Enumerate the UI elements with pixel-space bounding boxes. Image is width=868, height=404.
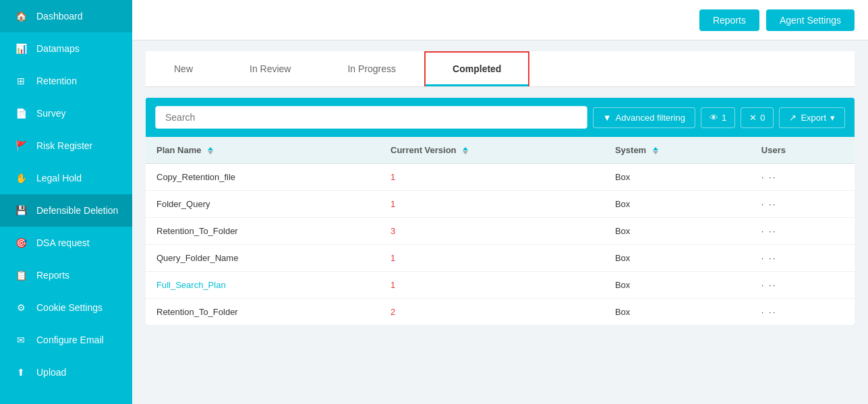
sort-down-icon (463, 151, 468, 154)
cell-users: · ·· (751, 164, 855, 191)
cell-users: · ·· (751, 218, 855, 245)
table-row: Retention_To_Folder 2 Box · ·· (146, 299, 855, 326)
sidebar-label-retention: Retention (36, 76, 77, 86)
filter-icon: ▼ (603, 113, 612, 123)
table-panel: ▼ Advanced filtering 👁 1 ✕ 0 ↗ Export ▾ (146, 98, 855, 326)
sidebar-label-legal-hold: Legal Hold (36, 173, 82, 183)
cell-plan-name: Folder_Query (146, 191, 380, 218)
risk-register-icon: 🚩 (13, 138, 28, 153)
cell-system: Box (604, 164, 751, 191)
filter-count-button[interactable]: 👁 1 (701, 107, 735, 128)
cell-version: 2 (380, 299, 604, 326)
content-area: NewIn ReviewIn ProgressCompleted ▼ Advan… (132, 40, 868, 404)
configure-email-icon: ✉ (13, 333, 28, 347)
cell-system: Box (604, 299, 751, 326)
export-button[interactable]: ↗ Export ▾ (779, 107, 845, 128)
export-icon: ↗ (789, 113, 797, 123)
toolbar: ▼ Advanced filtering 👁 1 ✕ 0 ↗ Export ▾ (146, 98, 855, 137)
table-row: Retention_To_Folder 3 Box · ·· (146, 218, 855, 245)
col-current-version[interactable]: Current Version (380, 137, 604, 164)
eye-icon: 👁 (710, 113, 718, 123)
data-table: Plan Name Current Version (146, 137, 855, 326)
upload-icon: ⬆ (13, 365, 28, 380)
sort-down-icon (653, 151, 658, 154)
datamaps-icon: 📊 (13, 41, 28, 56)
cookie-settings-icon: ⚙ (13, 300, 28, 315)
cell-users: · ·· (751, 272, 855, 299)
x-count-button[interactable]: ✕ 0 (741, 107, 774, 128)
sidebar-item-defensible-deletion[interactable]: 💾 Defensible Deletion (0, 194, 132, 227)
sort-up-icon (653, 147, 658, 150)
cell-plan-name: Query_Folder_Name (146, 245, 380, 272)
sidebar-label-risk-register: Risk Register (36, 140, 92, 151)
tab-new[interactable]: New (146, 51, 221, 86)
cell-version: 1 (380, 191, 604, 218)
survey-icon: 📄 (13, 106, 28, 121)
sort-down-icon (208, 151, 213, 154)
retention-icon: ⊞ (13, 74, 28, 88)
table-body: Copy_Retention_file 1 Box · ·· Folder_Qu… (146, 164, 855, 326)
sidebar-label-upload: Upload (36, 367, 66, 378)
cell-plan-name: Retention_To_Folder (146, 299, 380, 326)
sort-up-icon (463, 147, 468, 150)
cell-system: Box (604, 191, 751, 218)
advanced-filtering-button[interactable]: ▼ Advanced filtering (593, 107, 695, 128)
sidebar-label-datamaps: Datamaps (36, 43, 80, 54)
sort-icons-version (463, 147, 468, 154)
sidebar-item-survey[interactable]: 📄 Survey (0, 97, 132, 129)
cell-users: · ·· (751, 245, 855, 272)
chevron-down-icon: ▾ (830, 113, 835, 123)
reports-icon: 📋 (13, 268, 28, 283)
search-input[interactable] (155, 106, 587, 129)
sidebar-item-reports[interactable]: 📋 Reports (0, 259, 132, 291)
table-row: Full_Search_Plan 1 Box · ·· (146, 272, 855, 299)
cell-users: · ·· (751, 191, 855, 218)
cell-system: Box (604, 218, 751, 245)
sidebar-item-upload[interactable]: ⬆ Upload (0, 356, 132, 388)
sidebar-label-dashboard: Dashboard (36, 11, 83, 22)
sidebar-item-risk-register[interactable]: 🚩 Risk Register (0, 129, 132, 162)
col-system[interactable]: System (604, 137, 751, 164)
dashboard-icon: 🏠 (13, 9, 28, 24)
agent-settings-button[interactable]: Agent Settings (766, 9, 855, 31)
reports-button[interactable]: Reports (699, 9, 759, 31)
table-header: Plan Name Current Version (146, 137, 855, 164)
cell-plan-name: Retention_To_Folder (146, 218, 380, 245)
sidebar-item-dsa-request[interactable]: 🎯 DSA request (0, 227, 132, 259)
table-row: Folder_Query 1 Box · ·· (146, 191, 855, 218)
cell-users: · ·· (751, 299, 855, 326)
tabs-bar: NewIn ReviewIn ProgressCompleted (146, 51, 855, 87)
sidebar-item-datamaps[interactable]: 📊 Datamaps (0, 32, 132, 65)
tab-in-review[interactable]: In Review (221, 51, 319, 86)
tab-in-progress[interactable]: In Progress (319, 51, 424, 86)
tab-completed[interactable]: Completed (424, 51, 529, 86)
sidebar-item-retention[interactable]: ⊞ Retention (0, 65, 132, 97)
table-row: Query_Folder_Name 1 Box · ·· (146, 245, 855, 272)
sidebar-label-defensible-deletion: Defensible Deletion (36, 205, 118, 216)
cell-plan-name: Copy_Retention_file (146, 164, 380, 191)
sidebar-label-dsa-request: DSA request (36, 237, 90, 248)
sidebar-label-reports: Reports (36, 270, 69, 281)
cell-version: 1 (380, 272, 604, 299)
sidebar-item-dashboard[interactable]: 🏠 Dashboard (0, 0, 132, 32)
cell-version: 3 (380, 218, 604, 245)
sidebar-label-survey: Survey (36, 108, 66, 119)
table-row: Copy_Retention_file 1 Box · ·· (146, 164, 855, 191)
topbar: Reports Agent Settings (132, 0, 868, 40)
sort-up-icon (208, 147, 213, 150)
col-plan-name[interactable]: Plan Name (146, 137, 380, 164)
legal-hold-icon: ✋ (13, 171, 28, 185)
sidebar: 🏠 Dashboard 📊 Datamaps ⊞ Retention 📄 Sur… (0, 0, 132, 404)
cell-system: Box (604, 245, 751, 272)
sidebar-item-configure-email[interactable]: ✉ Configure Email (0, 324, 132, 356)
sidebar-item-cookie-settings[interactable]: ⚙ Cookie Settings (0, 291, 132, 324)
cell-version: 1 (380, 245, 604, 272)
sidebar-item-legal-hold[interactable]: ✋ Legal Hold (0, 162, 132, 194)
x-icon: ✕ (749, 113, 757, 123)
cell-system: Box (604, 272, 751, 299)
sort-icons-plan (208, 147, 213, 154)
cell-plan-name[interactable]: Full_Search_Plan (146, 272, 380, 299)
col-users: Users (751, 137, 855, 164)
dsa-request-icon: 🎯 (13, 235, 28, 250)
defensible-deletion-icon: 💾 (13, 203, 28, 218)
